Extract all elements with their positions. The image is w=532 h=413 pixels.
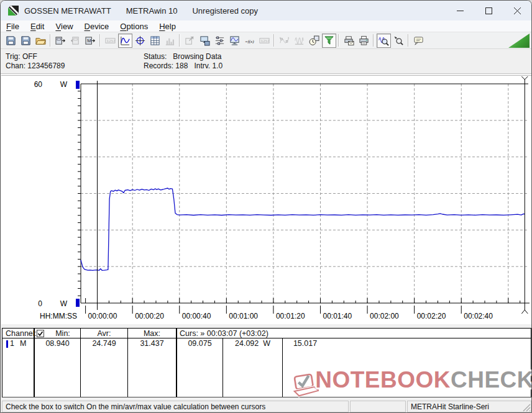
app-logo-icon: [7, 4, 19, 17]
x-tick-label: 00:02:00: [370, 312, 399, 320]
title-bar: GOSSEN METRAWATT METRAwin 10 Unregistere…: [1, 1, 531, 20]
send-device-icon: [70, 35, 81, 46]
x-tick-label: 00:02:20: [417, 312, 446, 320]
statistics-view-button: [163, 34, 177, 48]
channel-settings-icon: [214, 35, 225, 46]
export-window-button: [183, 34, 197, 48]
trigger-button[interactable]: [322, 34, 336, 48]
print-icon: [359, 35, 369, 46]
y-unit-label: W: [60, 80, 68, 89]
x-axis-unit-label: HH:MM:SS: [40, 312, 77, 320]
window-title-program: METRAwin 10: [126, 6, 178, 16]
col-header-channel: Channel:: [6, 329, 37, 338]
menu-item-edit[interactable]: Edit: [25, 20, 50, 32]
maximize-button[interactable]: [474, 1, 503, 20]
y-tick-label: 0: [38, 299, 42, 308]
power-time-chart[interactable]: HH:MM:SS00:00:0000:00:2000:00:4000:01:00…: [1, 76, 532, 325]
save-file-icon: [6, 35, 16, 46]
device-memory-icon: [85, 35, 96, 46]
toolbar: [1, 32, 531, 49]
table-header-divider: [2, 338, 531, 338]
digital-wave-icon: [294, 35, 305, 46]
monitor-settings-button[interactable]: [227, 34, 242, 48]
toolbar-separator: [179, 34, 180, 47]
value-cursor2: 24.092 W: [223, 339, 282, 348]
read-device-button[interactable]: [53, 34, 68, 48]
browse-status: Status: Browsing Data: [144, 52, 221, 61]
save-file-button[interactable]: [4, 34, 18, 48]
value-cursor2-unit: W: [263, 339, 270, 348]
time-settings-button[interactable]: [307, 34, 321, 48]
digital-wave-button: [292, 34, 306, 48]
gmc-green-triangle-logo: [508, 34, 530, 48]
trigger-status: Trig: OFF: [6, 52, 37, 61]
print-button[interactable]: [357, 34, 371, 48]
x-tick-label: 00:01:40: [323, 312, 352, 320]
y-unit-label: W: [60, 299, 68, 308]
window-title-app: GOSSEN METRAWATT: [24, 6, 111, 16]
zoom-value-button[interactable]: [392, 34, 406, 48]
menu-item-view[interactable]: View: [50, 20, 78, 32]
acquisition-status-panel: Trig: OFF Chan: 123456789 Status: Browsi…: [1, 50, 531, 74]
minimize-button[interactable]: [446, 1, 474, 20]
save-config-button[interactable]: [198, 34, 212, 48]
cursor-view-button[interactable]: [133, 34, 147, 48]
export-window-icon: [185, 35, 195, 46]
read-device-icon: [55, 35, 66, 46]
send-device-button: [68, 34, 83, 48]
x-tick-label: 00:00:20: [135, 312, 164, 320]
toolbar-separator: [273, 34, 275, 47]
resize-grip[interactable]: [521, 402, 531, 412]
window-title-license: Unregistered copy: [192, 6, 258, 16]
zoom-value-icon: [393, 35, 404, 46]
zoom-time-button[interactable]: [377, 34, 391, 48]
analog-wave-button: [277, 34, 291, 48]
value-delta: 15.017: [283, 339, 328, 348]
close-button[interactable]: [503, 1, 531, 20]
open-file-button[interactable]: [34, 34, 48, 48]
time-settings-icon: [309, 35, 319, 46]
monitor-settings-icon: [229, 35, 240, 46]
menu-item-options[interactable]: Options: [114, 20, 154, 32]
trigger-icon: [324, 35, 334, 46]
annotation-icon: [413, 35, 424, 46]
table-view-button[interactable]: [148, 34, 162, 48]
print-preview-icon: [344, 35, 354, 46]
table-view-icon: [150, 35, 160, 46]
device-config-button: [257, 34, 272, 48]
x-tick-label: 00:00:40: [182, 312, 211, 320]
x-tick-label: 00:00:00: [88, 312, 117, 320]
chart-panel: HH:MM:SS00:00:0000:00:2000:00:4000:01:00…: [1, 75, 532, 324]
open-file-icon: [35, 35, 46, 46]
save-channels-button[interactable]: [19, 34, 33, 48]
menu-item-help[interactable]: Help: [154, 20, 181, 32]
print-preview-button[interactable]: [342, 34, 356, 48]
value-avr: 24.749: [81, 339, 127, 348]
chart-view-button[interactable]: [118, 34, 132, 48]
cursor-2-top-handle[interactable]: [521, 76, 528, 84]
channel-number[interactable]: 1: [10, 339, 14, 348]
device-memory-button[interactable]: [83, 34, 98, 48]
channel-axis-marker-bottom: [76, 299, 80, 307]
value-cursor1: 09.075: [177, 339, 222, 348]
channel-list: Chan: 123456789: [6, 61, 65, 70]
cursor-view-icon: [135, 35, 145, 46]
channel-settings-button[interactable]: [213, 34, 227, 48]
minmax-checkbox[interactable]: [37, 330, 44, 337]
numeric-display-button: [103, 34, 117, 48]
col-header-cursors: Curs: » 00:03:07 (+03:02): [180, 329, 268, 338]
chart-view-icon: [120, 35, 131, 46]
channel-axis-marker-top: [76, 81, 80, 89]
statistics-view-icon: [165, 35, 175, 46]
numeric-display-icon: [105, 35, 116, 46]
toolbar-separator: [50, 34, 51, 47]
menu-item-device[interactable]: Device: [79, 20, 115, 32]
formula-button[interactable]: [242, 34, 257, 48]
cursor-2-bottom-handle[interactable]: [521, 310, 528, 314]
menu-item-file[interactable]: File: [1, 20, 25, 32]
status-bar: Check the box to switch On the min/avr/m…: [1, 400, 531, 413]
col-header-avr: Avr:: [80, 329, 128, 338]
annotation-button[interactable]: [411, 34, 426, 48]
value-min: 08.940: [35, 339, 80, 348]
save-channels-icon: [21, 35, 31, 46]
